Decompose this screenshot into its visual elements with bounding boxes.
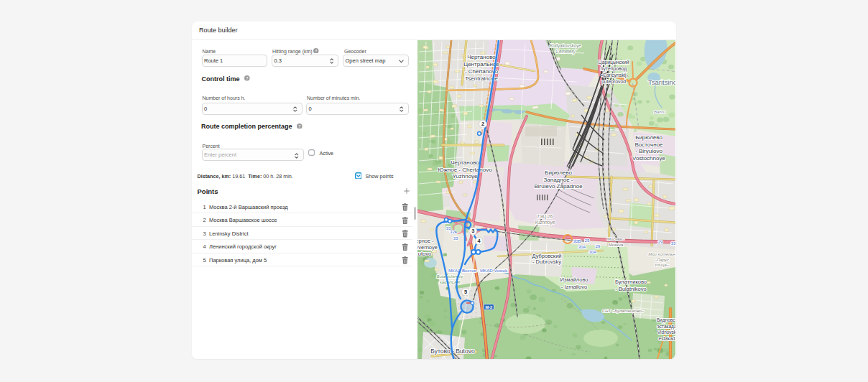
svg-text:Bahru: Bahru (654, 110, 666, 114)
svg-text:29: 29 (596, 244, 601, 248)
svg-text:estakad: estakad (659, 336, 675, 341)
svg-text:Москва -: Москва - (607, 237, 624, 241)
svg-text:Yuzhnoye: Yuzhnoye (535, 220, 555, 225)
svg-text:«Парус: «Парус (655, 258, 669, 262)
svg-text:Булатниково: Булатниково (615, 279, 647, 285)
svg-text:Vostochnoye: Vostochnoye (632, 155, 665, 162)
svg-text:2: 2 (481, 121, 484, 127)
svg-text:Severnoye: Severnoye (417, 244, 438, 251)
svg-text:5: 5 (464, 289, 467, 295)
svg-text:- Bulatnikovo: - Bulatnikovo (615, 286, 646, 292)
svg-text:Бирюлёво: Бирюлёво (635, 134, 662, 141)
svg-text:3: 3 (471, 228, 474, 234)
svg-text:- Izmailovo: - Izmailovo (561, 284, 587, 290)
svg-text:Улица»: Улица» (654, 263, 670, 267)
svg-text:Yuzhnoye: Yuzhnoye (452, 173, 478, 180)
svg-text:- Biryulovo: - Biryulovo (635, 148, 662, 154)
svg-text:МКАД Восток - MKAD Vostok: МКАД Восток - MKAD Vostok (448, 268, 508, 273)
svg-text:puteprovod: puteprovod (601, 79, 626, 85)
svg-text:Tsaritsino: Tsaritsino (648, 78, 675, 86)
svg-text:33: 33 (671, 241, 675, 246)
svg-text:utovo: utovo (418, 251, 431, 257)
svg-text:- Dubrovsky: - Dubrovsky (532, 258, 561, 265)
svg-text:Botanicheskiy: Botanicheskiy (436, 274, 463, 279)
svg-text:29: 29 (658, 240, 663, 244)
svg-text:Чертаново: Чертаново (467, 54, 496, 60)
svg-text:Восточное: Восточное (634, 141, 663, 148)
svg-text:Чертаново: Чертаново (451, 159, 479, 166)
svg-text:30В: 30В (573, 239, 581, 243)
svg-text:Birûlevo Zapadnoe: Birûlevo Zapadnoe (534, 183, 583, 190)
svg-text:Бирюлево: Бирюлево (545, 169, 572, 176)
svg-text:ТЭЦ 26: ТЭЦ 26 (537, 214, 553, 220)
svg-text:М-2: М-2 (485, 305, 492, 309)
svg-text:Центральное: Центральное (463, 61, 499, 67)
svg-text:•Caricynskij: •Caricynskij (601, 73, 627, 78)
svg-text:33: 33 (453, 236, 458, 241)
svg-text:?: ? (315, 48, 317, 52)
svg-text:Vidnovsk: Vidnovsk (657, 330, 675, 335)
svg-text:30А: 30А (589, 250, 597, 254)
svg-text:эстакада: эстакада (657, 324, 675, 330)
svg-text:Южное - Chertanovo: Южное - Chertanovo (438, 167, 492, 173)
svg-text:путепровод: путепровод (601, 66, 627, 72)
svg-text:?: ? (246, 76, 248, 80)
svg-text:Западное -: Западное - (544, 177, 573, 183)
svg-text:Moskva: Moskva (609, 243, 624, 247)
svg-text:СНТ «Булатниково»: СНТ «Булатниково» (602, 309, 645, 313)
svg-text:Видновск: Видновск (657, 317, 675, 323)
svg-text:Мои котельн: Мои котельн (648, 252, 675, 256)
svg-text:ерное -: ерное - (417, 238, 434, 244)
svg-text:30А: 30А (578, 245, 586, 249)
svg-text:?: ? (298, 124, 300, 128)
svg-text:Царицынский: Царицынский (598, 60, 629, 65)
svg-text:Измайлово: Измайлово (560, 276, 588, 283)
svg-text:29: 29 (585, 238, 590, 243)
svg-text:Cemetery: Cemetery (555, 49, 576, 55)
